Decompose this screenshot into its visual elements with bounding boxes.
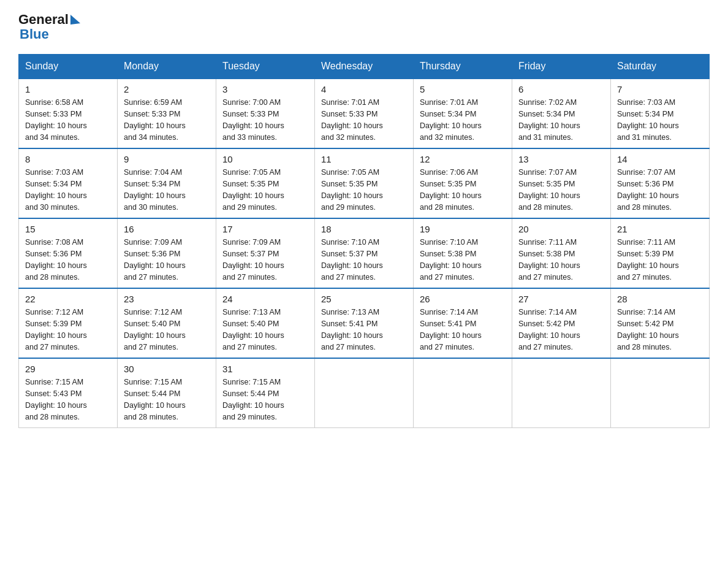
day-info: Sunrise: 7:05 AMSunset: 5:35 PMDaylight:… <box>222 168 284 211</box>
day-number: 5 <box>420 84 506 94</box>
calendar-cell: 24Sunrise: 7:13 AMSunset: 5:40 PMDayligh… <box>216 288 315 358</box>
day-info: Sunrise: 7:12 AMSunset: 5:40 PMDaylight:… <box>124 308 186 351</box>
calendar-cell: 20Sunrise: 7:11 AMSunset: 5:38 PMDayligh… <box>512 218 611 288</box>
calendar-cell: 23Sunrise: 7:12 AMSunset: 5:40 PMDayligh… <box>118 288 216 358</box>
calendar-cell: 25Sunrise: 7:13 AMSunset: 5:41 PMDayligh… <box>315 288 414 358</box>
week-row-2: 8Sunrise: 7:03 AMSunset: 5:34 PMDaylight… <box>19 148 710 218</box>
day-info: Sunrise: 7:11 AMSunset: 5:38 PMDaylight:… <box>518 238 580 281</box>
day-info: Sunrise: 7:07 AMSunset: 5:36 PMDaylight:… <box>617 168 679 211</box>
day-number: 1 <box>25 84 111 94</box>
day-number: 26 <box>420 294 506 304</box>
day-number: 12 <box>420 154 506 164</box>
day-info: Sunrise: 7:11 AMSunset: 5:39 PMDaylight:… <box>617 238 679 281</box>
day-number: 28 <box>617 294 703 304</box>
calendar-cell <box>414 358 512 428</box>
day-number: 17 <box>222 224 308 234</box>
weekday-header-friday: Friday <box>512 55 611 79</box>
day-info: Sunrise: 7:10 AMSunset: 5:38 PMDaylight:… <box>420 238 482 281</box>
day-number: 23 <box>124 294 210 304</box>
day-info: Sunrise: 7:14 AMSunset: 5:42 PMDaylight:… <box>518 308 580 351</box>
day-number: 27 <box>518 294 604 304</box>
calendar-cell: 12Sunrise: 7:06 AMSunset: 5:35 PMDayligh… <box>414 148 512 218</box>
calendar-cell: 18Sunrise: 7:10 AMSunset: 5:37 PMDayligh… <box>315 218 414 288</box>
week-row-3: 15Sunrise: 7:08 AMSunset: 5:36 PMDayligh… <box>19 218 710 288</box>
week-row-1: 1Sunrise: 6:58 AMSunset: 5:33 PMDaylight… <box>19 79 710 148</box>
calendar-cell: 21Sunrise: 7:11 AMSunset: 5:39 PMDayligh… <box>611 218 710 288</box>
day-number: 9 <box>124 154 210 164</box>
calendar-cell: 8Sunrise: 7:03 AMSunset: 5:34 PMDaylight… <box>19 148 118 218</box>
day-info: Sunrise: 6:58 AMSunset: 5:33 PMDaylight:… <box>25 98 87 141</box>
weekday-header-thursday: Thursday <box>414 55 512 79</box>
day-info: Sunrise: 7:12 AMSunset: 5:39 PMDaylight:… <box>25 308 87 351</box>
day-number: 13 <box>518 154 604 164</box>
day-info: Sunrise: 7:15 AMSunset: 5:44 PMDaylight:… <box>222 378 284 421</box>
day-info: Sunrise: 7:13 AMSunset: 5:41 PMDaylight:… <box>321 308 383 351</box>
calendar-cell: 7Sunrise: 7:03 AMSunset: 5:34 PMDaylight… <box>611 79 710 148</box>
calendar-cell: 9Sunrise: 7:04 AMSunset: 5:34 PMDaylight… <box>118 148 216 218</box>
day-info: Sunrise: 7:13 AMSunset: 5:40 PMDaylight:… <box>222 308 284 351</box>
weekday-header-saturday: Saturday <box>611 55 710 79</box>
day-number: 30 <box>124 364 210 374</box>
day-info: Sunrise: 7:06 AMSunset: 5:35 PMDaylight:… <box>420 168 482 211</box>
weekday-header-sunday: Sunday <box>19 55 118 79</box>
day-info: Sunrise: 6:59 AMSunset: 5:33 PMDaylight:… <box>124 98 186 141</box>
day-info: Sunrise: 7:07 AMSunset: 5:35 PMDaylight:… <box>518 168 580 211</box>
calendar-cell: 6Sunrise: 7:02 AMSunset: 5:34 PMDaylight… <box>512 79 611 148</box>
day-number: 8 <box>25 154 111 164</box>
day-number: 7 <box>617 84 703 94</box>
day-info: Sunrise: 7:09 AMSunset: 5:36 PMDaylight:… <box>124 238 186 281</box>
day-number: 6 <box>518 84 604 94</box>
calendar-cell: 5Sunrise: 7:01 AMSunset: 5:34 PMDaylight… <box>414 79 512 148</box>
logo-general-text: General <box>18 12 69 27</box>
calendar-cell: 17Sunrise: 7:09 AMSunset: 5:37 PMDayligh… <box>216 218 315 288</box>
calendar-cell: 29Sunrise: 7:15 AMSunset: 5:43 PMDayligh… <box>19 358 118 428</box>
calendar-cell: 14Sunrise: 7:07 AMSunset: 5:36 PMDayligh… <box>611 148 710 218</box>
calendar-cell: 15Sunrise: 7:08 AMSunset: 5:36 PMDayligh… <box>19 218 118 288</box>
day-info: Sunrise: 7:01 AMSunset: 5:34 PMDaylight:… <box>420 98 482 141</box>
weekday-header-wednesday: Wednesday <box>315 55 414 79</box>
calendar-table: SundayMondayTuesdayWednesdayThursdayFrid… <box>18 54 710 428</box>
calendar-cell: 4Sunrise: 7:01 AMSunset: 5:33 PMDaylight… <box>315 79 414 148</box>
logo-triangle-icon <box>70 15 80 25</box>
day-number: 24 <box>222 294 308 304</box>
weekday-header-monday: Monday <box>118 55 216 79</box>
calendar-cell: 3Sunrise: 7:00 AMSunset: 5:33 PMDaylight… <box>216 79 315 148</box>
calendar-cell <box>315 358 414 428</box>
calendar-cell: 19Sunrise: 7:10 AMSunset: 5:38 PMDayligh… <box>414 218 512 288</box>
day-number: 31 <box>222 364 308 374</box>
day-number: 19 <box>420 224 506 234</box>
weekday-header-tuesday: Tuesday <box>216 55 315 79</box>
day-number: 21 <box>617 224 703 234</box>
day-number: 29 <box>25 364 111 374</box>
calendar-cell: 16Sunrise: 7:09 AMSunset: 5:36 PMDayligh… <box>118 218 216 288</box>
day-number: 11 <box>321 154 407 164</box>
day-info: Sunrise: 7:15 AMSunset: 5:43 PMDaylight:… <box>25 378 87 421</box>
calendar-cell: 22Sunrise: 7:12 AMSunset: 5:39 PMDayligh… <box>19 288 118 358</box>
logo-blue-text: Blue <box>20 27 80 42</box>
calendar-cell: 31Sunrise: 7:15 AMSunset: 5:44 PMDayligh… <box>216 358 315 428</box>
calendar-cell <box>611 358 710 428</box>
day-number: 18 <box>321 224 407 234</box>
day-info: Sunrise: 7:15 AMSunset: 5:44 PMDaylight:… <box>124 378 186 421</box>
calendar-cell: 10Sunrise: 7:05 AMSunset: 5:35 PMDayligh… <box>216 148 315 218</box>
day-number: 16 <box>124 224 210 234</box>
calendar-cell: 2Sunrise: 6:59 AMSunset: 5:33 PMDaylight… <box>118 79 216 148</box>
page-header: General Blue <box>18 12 710 42</box>
calendar-cell: 11Sunrise: 7:05 AMSunset: 5:35 PMDayligh… <box>315 148 414 218</box>
calendar-cell: 1Sunrise: 6:58 AMSunset: 5:33 PMDaylight… <box>19 79 118 148</box>
day-info: Sunrise: 7:09 AMSunset: 5:37 PMDaylight:… <box>222 238 284 281</box>
day-info: Sunrise: 7:14 AMSunset: 5:42 PMDaylight:… <box>617 308 679 351</box>
day-info: Sunrise: 7:08 AMSunset: 5:36 PMDaylight:… <box>25 238 87 281</box>
calendar-cell: 13Sunrise: 7:07 AMSunset: 5:35 PMDayligh… <box>512 148 611 218</box>
day-number: 14 <box>617 154 703 164</box>
day-info: Sunrise: 7:04 AMSunset: 5:34 PMDaylight:… <box>124 168 186 211</box>
calendar-cell: 27Sunrise: 7:14 AMSunset: 5:42 PMDayligh… <box>512 288 611 358</box>
week-row-4: 22Sunrise: 7:12 AMSunset: 5:39 PMDayligh… <box>19 288 710 358</box>
day-info: Sunrise: 7:05 AMSunset: 5:35 PMDaylight:… <box>321 168 383 211</box>
weekday-header-row: SundayMondayTuesdayWednesdayThursdayFrid… <box>19 55 710 79</box>
day-number: 3 <box>222 84 308 94</box>
day-info: Sunrise: 7:01 AMSunset: 5:33 PMDaylight:… <box>321 98 383 141</box>
calendar-cell: 28Sunrise: 7:14 AMSunset: 5:42 PMDayligh… <box>611 288 710 358</box>
day-number: 10 <box>222 154 308 164</box>
calendar-cell: 30Sunrise: 7:15 AMSunset: 5:44 PMDayligh… <box>118 358 216 428</box>
